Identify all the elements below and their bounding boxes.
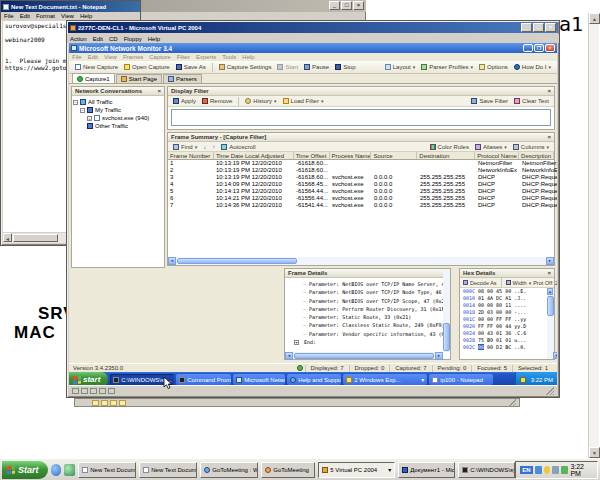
detail-parameter-line[interactable]: Parameter: Classless Static Route, 249 (… xyxy=(303,321,443,329)
virtual-pc-titlebar[interactable]: 2277C-DEN-CL1 - Microsoft Virtual PC 200… xyxy=(68,22,558,33)
frame-row[interactable]: 110:13:19 PM 12/20/2010 -61618.60... Net… xyxy=(168,160,554,167)
restore-icon[interactable]: ❐ xyxy=(534,44,544,52)
floppy-icon[interactable] xyxy=(90,388,97,394)
how-do-i-button[interactable]: How Do I▾ xyxy=(511,63,554,71)
host-task-notepad-2[interactable]: New Text Documen... xyxy=(139,462,197,478)
menu-filter[interactable]: Filter xyxy=(177,54,190,60)
scroll-up-icon[interactable]: ▲ xyxy=(547,288,553,295)
scroll-up-icon[interactable]: ▲ xyxy=(589,13,600,24)
host-task-word-document[interactable]: Документ1 - Micro... xyxy=(398,462,455,478)
prot-off-button[interactable]: Prot Off: 2 xyxy=(532,279,557,287)
scroll-right-icon[interactable]: ► xyxy=(546,257,554,265)
vm-task-windows-explorer-group[interactable]: 2 Windows Exp...▾ xyxy=(343,374,427,385)
menu-action[interactable]: Action xyxy=(70,36,87,42)
clear-text-button[interactable]: Clear Text xyxy=(511,97,552,105)
apply-filter-button[interactable]: Apply xyxy=(170,97,199,105)
menu-view[interactable]: View xyxy=(104,54,117,60)
autoscroll-button[interactable]: Autoscroll xyxy=(218,143,258,151)
menu-file[interactable]: File xyxy=(4,13,14,19)
tree-item-my-traffic[interactable]: −My Traffic xyxy=(73,106,163,114)
detail-parameter-line[interactable]: Parameter: Vendor specific information, … xyxy=(303,330,443,338)
options-button[interactable]: Options xyxy=(476,63,511,71)
maximize-icon[interactable]: □ xyxy=(341,1,352,10)
stop-button[interactable]: Stop xyxy=(332,63,358,71)
collapse-icon[interactable]: − xyxy=(80,108,85,113)
frame-row[interactable]: 310:13:19 PM 12/20/2010 -61618.60...svch… xyxy=(168,174,554,181)
scroll-left-icon[interactable]: ◄ xyxy=(285,352,293,360)
detail-parameter-line[interactable]: Parameter: Static Route, 33 (0x21) xyxy=(303,313,443,321)
menu-edit[interactable]: Edit xyxy=(88,54,98,60)
vm-clock[interactable]: 3:22 PM xyxy=(531,377,553,383)
close-icon[interactable]: × xyxy=(547,87,551,95)
minimize-icon[interactable]: _ xyxy=(329,1,340,10)
go-up-button[interactable]: ↑ xyxy=(209,143,218,151)
maximize-icon[interactable]: □ xyxy=(533,23,544,32)
menu-tools[interactable]: Tools xyxy=(222,54,236,60)
load-filter-button[interactable]: Load Filter▾ xyxy=(280,97,327,105)
tree-item-other-traffic[interactable]: Other Traffic xyxy=(73,122,163,130)
quick-launch-desktop-icon[interactable] xyxy=(64,464,75,476)
hex-row[interactable]: 001C 00 00 FF FF ..yy xyxy=(461,316,547,323)
close-icon[interactable]: × xyxy=(157,87,161,95)
netmon-titlebar[interactable]: Microsoft Network Monitor 3.4 _ ❐ × xyxy=(69,43,557,53)
parser-profiles-button[interactable]: Parser Profiles▾ xyxy=(418,63,476,71)
close-icon[interactable]: × xyxy=(547,269,551,277)
frame-row[interactable]: 510:14:13 PM 12/20/2010 -61564.44...svch… xyxy=(168,188,554,195)
collapse-icon[interactable]: − xyxy=(73,100,78,105)
history-button[interactable]: History▾ xyxy=(242,97,279,105)
minimize-icon[interactable]: _ xyxy=(521,23,532,32)
width-button[interactable]: Width▾ xyxy=(505,279,533,287)
hex-row[interactable]: 000C 08 00 45 00 ..E. xyxy=(461,288,547,295)
network-icon[interactable] xyxy=(99,388,106,394)
frame-row[interactable]: 210:13:19 PM 12/20/2010 -61618.60... Net… xyxy=(168,167,554,174)
host-task-notepad-1[interactable]: New Text Documen... xyxy=(78,462,136,478)
detail-parameter-line[interactable]: Parameter: NetBIOS over TCP/IP Name Serv… xyxy=(303,280,443,288)
menu-view[interactable]: View xyxy=(61,13,74,19)
hex-row[interactable]: 0018 2D 03 00 00 -... xyxy=(461,309,547,316)
find-button[interactable]: Find▾ xyxy=(170,143,200,151)
host-clock[interactable]: 3:22 PM xyxy=(570,463,593,477)
menu-help[interactable]: Help xyxy=(242,54,254,60)
host-task-gotomeeting[interactable]: GoToMeeting xyxy=(261,462,315,478)
frame-summary-horizontal-scrollbar[interactable]: ◄ ► xyxy=(168,257,554,265)
host-start-button[interactable]: Start xyxy=(2,461,48,479)
vm-task-command-prompt[interactable]: Command Prompt xyxy=(176,374,231,385)
network-tray-icon[interactable] xyxy=(552,466,559,474)
hex-row[interactable]: 002C 06 00 D2 BC ..0. xyxy=(461,344,547,351)
start-button[interactable]: Start xyxy=(274,63,301,71)
hex-row[interactable]: 0028 75 B9 01 01 u... xyxy=(461,337,547,344)
menu-frames[interactable]: Frames xyxy=(123,54,143,60)
cd-drive-icon[interactable] xyxy=(81,388,88,394)
pause-button[interactable]: Pause xyxy=(301,63,332,71)
decode-as-button[interactable]: Decode As xyxy=(462,279,498,287)
close-icon[interactable]: × xyxy=(547,133,551,141)
close-icon[interactable]: × xyxy=(353,1,364,10)
virtual-pc-tray-icon[interactable] xyxy=(535,466,542,474)
hex-row[interactable]: 0010 01 4A DC A1 .J.. xyxy=(461,295,547,302)
frame-summary-column-headers[interactable]: Frame Number Time Date Local Adjusted Ti… xyxy=(168,152,554,160)
expand-icon[interactable]: + xyxy=(294,340,299,345)
scrollbar-thumb[interactable] xyxy=(13,234,58,242)
tree-item-svchost[interactable]: +svchost.exe (940) xyxy=(73,114,163,122)
detail-parameter-line[interactable]: Parameter: NetBIOS over TCP/IP Node Type… xyxy=(303,288,443,296)
frame-row[interactable]: 410:14:09 PM 12/20/2010 -61568.45...svch… xyxy=(168,181,554,188)
close-icon[interactable]: × xyxy=(545,23,556,32)
notepad-titlebar[interactable]: New Text Document.txt - Notepad xyxy=(1,1,140,12)
scroll-right-icon[interactable]: ► xyxy=(435,352,443,360)
remove-filter-button[interactable]: Remove xyxy=(199,97,235,105)
menu-edit[interactable]: Edit xyxy=(20,13,30,19)
frame-row[interactable]: 710:14:36 PM 12/20/2010 -61541.44...svch… xyxy=(168,202,554,209)
hard-disk-icon[interactable] xyxy=(72,388,79,394)
expand-icon[interactable]: + xyxy=(87,116,92,121)
save-as-button[interactable]: Save As xyxy=(173,63,209,71)
layout-button[interactable]: Layout▾ xyxy=(382,63,419,71)
menu-experts[interactable]: Experts xyxy=(196,54,216,60)
frame-details-tree[interactable]: Parameter: NetBIOS over TCP/IP Name Serv… xyxy=(285,278,443,352)
new-capture-button[interactable]: New Capture xyxy=(72,63,121,71)
go-down-button[interactable]: ↓ xyxy=(200,143,209,151)
tree-item-all-traffic[interactable]: −All Traffic xyxy=(73,98,163,106)
frame-details-vertical-scrollbar[interactable] xyxy=(443,269,450,352)
quick-launch-browser-icon[interactable] xyxy=(51,464,62,476)
vm-task-help-support[interactable]: Help and Suppor... xyxy=(287,374,341,385)
open-capture-button[interactable]: Open Capture xyxy=(121,63,173,71)
